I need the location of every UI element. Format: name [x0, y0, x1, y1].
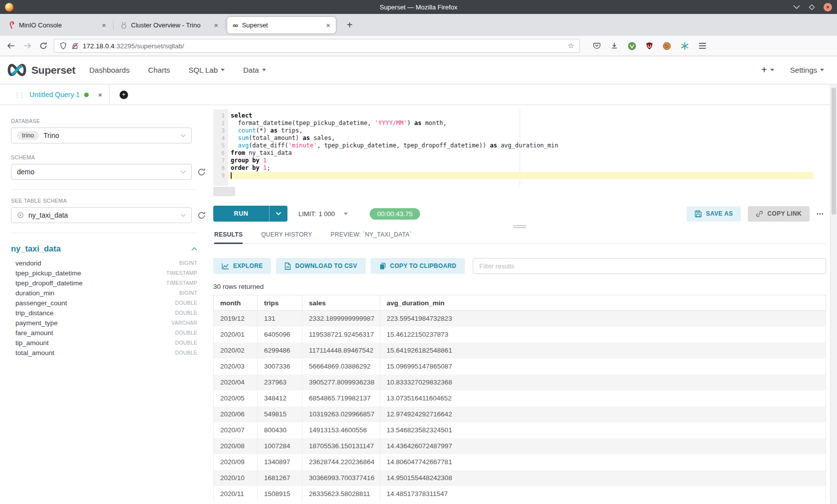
url-bar[interactable]: 172.18.0.4:32295/superset/sqllab/ ☆ [54, 39, 580, 53]
browser-tab-superset[interactable]: ∞ Superset × [227, 17, 336, 33]
schema-column-row[interactable]: vendoridBIGINT [11, 258, 197, 268]
schema-column-row[interactable]: tip_amountDOUBLE [11, 338, 197, 348]
window-maximize-icon[interactable] [809, 4, 815, 10]
results-column-header[interactable]: sales [302, 295, 380, 311]
reload-icon[interactable] [39, 42, 47, 50]
tab-close-icon[interactable]: × [212, 21, 220, 29]
schema-column-row[interactable]: tpep_pickup_datetimeTIMESTAMP [11, 268, 197, 278]
table-row[interactable]: 2020/026299486117114448.8946754215.64192… [214, 343, 826, 359]
refresh-tables-icon[interactable] [197, 211, 206, 220]
table-row[interactable]: 2020/08100728418705536.15013114714.43642… [214, 438, 826, 454]
run-options-chevron-icon[interactable] [270, 206, 287, 222]
sql-editor-line[interactable]: format_datetime(tpep_pickup_datetime, 'Y… [228, 120, 813, 127]
scrollbar-thumb[interactable] [832, 88, 836, 215]
table-row[interactable]: 2020/09134089723628744.22023686414.80604… [214, 454, 826, 470]
explore-button[interactable]: EXPLORE [213, 258, 271, 274]
browser-tab-minio[interactable]: MinIO Console × [3, 17, 112, 33]
pane-resize-handle[interactable] [513, 225, 526, 228]
insecure-lock-icon[interactable] [71, 42, 79, 50]
schema-column-row[interactable]: total_amountDOUBLE [11, 348, 197, 358]
database-select[interactable]: trino Trino [11, 127, 192, 143]
bookmark-star-icon[interactable]: ☆ [568, 41, 574, 50]
results-column-header[interactable]: trips [258, 295, 302, 311]
sql-editor-line[interactable]: select [228, 112, 813, 120]
browser-tab-trino[interactable]: Cluster Overview - Trino × [115, 17, 224, 33]
tab-query-history[interactable]: QUERY HISTORY [261, 231, 312, 244]
table-schema-select[interactable]: ny_taxi_data [11, 207, 192, 223]
table-row[interactable]: 2020/042379633905277.809993623810.833327… [214, 375, 826, 390]
window-close-icon[interactable]: × [824, 3, 832, 11]
scrollbar-thumb[interactable] [213, 187, 235, 196]
sql-editor-line[interactable]: avg(date_diff('minute', tpep_pickup_date… [228, 142, 813, 149]
schema-column-row[interactable]: trip_distanceDOUBLE [11, 308, 197, 318]
ublock-origin-icon[interactable] [646, 42, 653, 50]
new-item-button[interactable]: + [761, 64, 774, 76]
table-row[interactable]: 2019/121312332.1899999999987223.59541984… [214, 311, 826, 327]
results-column-header[interactable]: month [214, 295, 258, 311]
sql-editor-line[interactable]: sum(total_amount) as sales, [228, 134, 813, 142]
extension-asterisk-icon[interactable] [681, 42, 689, 50]
table-row[interactable]: 2020/11150891526335623.5802881114.485173… [214, 486, 826, 502]
tab-results[interactable]: RESULTS [214, 231, 243, 244]
editor-code-lines[interactable]: select format_datetime(tpep_pickup_datet… [228, 109, 813, 179]
chevron-up-icon[interactable] [191, 247, 197, 251]
sql-editor-line[interactable] [228, 172, 813, 179]
settings-menu[interactable]: Settings [790, 66, 824, 74]
nav-item-data[interactable]: Data [243, 66, 266, 74]
editor-horizontal-scrollbar[interactable] [213, 186, 813, 198]
privacy-badger-icon[interactable] [628, 42, 636, 50]
schema-select[interactable]: demo [11, 164, 192, 180]
schema-column-row[interactable]: duration_minBIGINT [11, 288, 197, 298]
drag-handle-icon[interactable]: ⋮⋮ [14, 91, 23, 99]
filter-results-input[interactable] [473, 258, 826, 274]
close-query-tab-icon[interactable]: × [98, 91, 102, 99]
table-row[interactable]: 2020/10168126730366993.70037741614.95015… [214, 470, 826, 486]
refresh-schemas-icon[interactable] [197, 168, 206, 176]
nav-item-sql-lab[interactable]: SQL Lab [188, 66, 225, 74]
tab-close-icon[interactable]: × [100, 21, 108, 29]
window-title: Superset — Mozilla Firefox [0, 3, 837, 11]
table-row[interactable]: 2020/0654981510319263.02996685712.974924… [214, 406, 826, 422]
table-row[interactable]: 2020/03300733656664869.0388629215.096995… [214, 359, 826, 375]
nav-item-dashboards[interactable]: Dashboards [89, 66, 130, 74]
more-options-icon[interactable]: ••• [817, 211, 824, 217]
back-icon[interactable] [6, 42, 15, 50]
forward-icon[interactable] [23, 42, 32, 50]
tracking-shield-icon[interactable] [59, 42, 67, 50]
hamburger-menu-icon[interactable] [698, 42, 706, 49]
add-query-tab-button[interactable]: + [120, 91, 128, 99]
new-tab-button[interactable]: + [344, 19, 356, 31]
sql-editor-line[interactable]: group by 1 [228, 157, 813, 164]
sql-editor-line[interactable]: count(*) as trips, [228, 127, 813, 134]
schema-column-row[interactable]: tpep_dropoff_datetimeTIMESTAMP [11, 278, 197, 288]
superset-brand[interactable]: Superset [6, 63, 75, 77]
sql-editor-line[interactable]: from ny_taxi_data [228, 149, 813, 157]
tab-close-icon[interactable]: × [324, 21, 332, 29]
nav-item-charts[interactable]: Charts [148, 66, 170, 74]
copy-to-clipboard-button[interactable]: COPY TO CLIPBOARD [371, 258, 465, 274]
schema-column-row[interactable]: fare_amountDOUBLE [11, 328, 197, 338]
limit-dropdown[interactable]: LIMIT: 1 000 [298, 210, 348, 218]
page-scrollbar[interactable] [830, 84, 837, 504]
sql-code-editor[interactable]: 123456789 select format_datetime(tpep_pi… [213, 109, 813, 186]
table-row[interactable]: 2020/0780043014913153.460055613.54682358… [214, 422, 826, 438]
pocket-icon[interactable] [593, 42, 601, 50]
sql-editor-line[interactable]: order by 1; [228, 164, 813, 172]
download-csv-button[interactable]: DOWNLOAD TO CSV [276, 258, 365, 274]
table-row[interactable]: 2020/053484126854865.71998213713.0735164… [214, 390, 826, 406]
copy-link-button[interactable]: COPY LINK [748, 206, 810, 222]
query-tab-untitled-query-1[interactable]: ⋮⋮ Untitled Query 1 × [11, 85, 110, 105]
cookie-extension-icon[interactable] [663, 42, 671, 50]
brand-name: Superset [31, 64, 75, 76]
save-as-button[interactable]: SAVE AS [687, 206, 741, 222]
table-row[interactable]: 2020/016405096119538721.9245631715.46122… [214, 327, 826, 343]
tab-preview-table[interactable]: PREVIEW: `NY_TAXI_DATA` [331, 231, 412, 244]
downloads-icon[interactable] [610, 42, 618, 50]
schema-column-row[interactable]: payment_typeVARCHAR [11, 318, 197, 328]
schema-column-row[interactable]: passenger_countDOUBLE [11, 298, 197, 308]
results-column-header[interactable]: avg_duration_min [380, 295, 826, 311]
run-button-label[interactable]: RUN [213, 206, 270, 222]
run-query-button[interactable]: RUN [213, 206, 287, 222]
table-panel-header[interactable]: ny_taxi_data [11, 244, 197, 253]
window-minimize-icon[interactable] [793, 5, 800, 9]
